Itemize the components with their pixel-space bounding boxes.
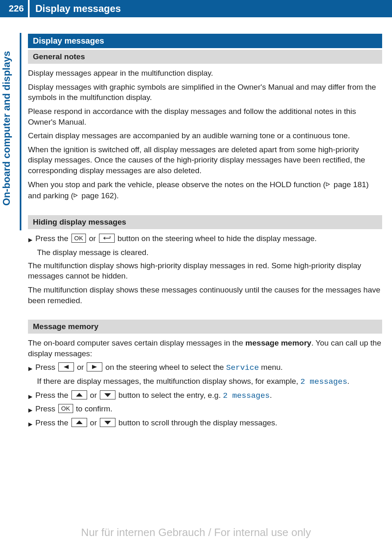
step-marker-icon <box>28 419 33 430</box>
paragraph: The multifunction display shows high-pri… <box>28 260 382 281</box>
display-text-messages: 2 messages <box>223 391 270 400</box>
step-marker-icon <box>28 392 33 402</box>
svg-marker-1 <box>74 194 77 197</box>
text: to confirm. <box>74 404 113 413</box>
left-arrow-key <box>58 362 74 371</box>
svg-marker-11 <box>76 420 83 424</box>
page-ref-icon <box>74 190 78 201</box>
text: or <box>87 234 98 243</box>
text: Press the <box>35 391 71 399</box>
svg-marker-6 <box>28 395 32 399</box>
svg-marker-0 <box>326 183 330 186</box>
step-result: If there are display messages, the multi… <box>37 376 382 388</box>
down-arrow-key <box>100 390 115 399</box>
side-tab-label: On-board computer and displays <box>1 51 12 206</box>
step-text: Press the or button to scroll through th… <box>35 418 382 428</box>
text: or <box>75 363 86 371</box>
svg-marker-8 <box>104 393 111 397</box>
svg-marker-3 <box>28 367 32 371</box>
text: . <box>347 377 349 385</box>
text: When you stop and park the vehicle, plea… <box>28 180 326 189</box>
step-text: Press or on the steering wheel to select… <box>35 362 382 374</box>
text: button to scroll through the display mes… <box>116 418 277 427</box>
up-arrow-key <box>71 418 87 427</box>
display-text-service: Service <box>226 363 259 372</box>
paragraph: When you stop and park the vehicle, plea… <box>28 179 382 202</box>
svg-marker-9 <box>28 408 32 413</box>
svg-marker-12 <box>104 421 111 425</box>
display-text-messages: 2 messages <box>300 377 347 386</box>
text: on the steering wheel to select the <box>103 363 226 371</box>
page-content: Display messages General notes Display m… <box>28 17 382 430</box>
text: . <box>270 391 272 399</box>
instruction-step: Press the or button to scroll through th… <box>28 418 382 430</box>
svg-marker-2 <box>28 238 32 242</box>
step-result: The display message is cleared. <box>37 247 382 258</box>
page-number: 226 <box>0 0 28 17</box>
paragraph: Display messages appear in the multifunc… <box>28 68 382 79</box>
svg-marker-5 <box>92 365 97 369</box>
text: menu. <box>259 363 283 371</box>
instruction-step: Press the or button to select the entry,… <box>28 390 382 402</box>
text: If there are display messages, the multi… <box>37 377 300 385</box>
step-marker-icon <box>28 364 33 374</box>
text: Press <box>35 363 58 371</box>
section-heading-display-messages: Display messages <box>28 34 382 48</box>
text: The on-board computer saves certain disp… <box>28 339 245 347</box>
paragraph: Certain display messages are accompanied… <box>28 130 382 141</box>
right-arrow-key <box>87 362 102 371</box>
up-arrow-key <box>71 390 87 399</box>
step-text: Press the or button to select the entry,… <box>35 390 382 402</box>
svg-marker-7 <box>76 393 83 397</box>
header-title: Display messages <box>28 0 392 17</box>
subsection-heading-hiding: Hiding display messages <box>28 215 382 229</box>
page-header: 226 Display messages <box>0 0 392 17</box>
step-marker-icon <box>28 235 33 246</box>
paragraph: When the ignition is switched off, all d… <box>28 144 382 176</box>
svg-marker-10 <box>28 422 32 427</box>
text: button on the steering wheel to hide the… <box>115 234 317 243</box>
text: page 162). <box>79 191 119 200</box>
step-text: Press the OK or button on the steering w… <box>35 233 382 244</box>
step-marker-icon <box>28 405 33 416</box>
text-bold: message memory <box>245 339 311 347</box>
paragraph: The on-board computer saves certain disp… <box>28 338 382 359</box>
side-tab: On-board computer and displays <box>0 33 21 230</box>
down-arrow-key <box>100 418 115 427</box>
subsection-heading-memory: Message memory <box>28 320 382 334</box>
paragraph: Display messages with graphic symbols ar… <box>28 82 382 103</box>
instruction-step: Press or on the steering wheel to select… <box>28 362 382 374</box>
ok-button-key: OK <box>71 234 86 243</box>
text: or <box>88 418 99 427</box>
paragraph: Please respond in accordance with the di… <box>28 106 382 127</box>
subsection-heading-general-notes: General notes <box>28 50 382 64</box>
text: Press the <box>35 418 71 427</box>
text: or <box>88 391 99 399</box>
ok-button-key: OK <box>58 404 73 413</box>
text: button to select the entry, e.g. <box>116 391 223 399</box>
paragraph: The multifunction display shows these me… <box>28 285 382 306</box>
page-ref-icon <box>326 179 331 190</box>
step-text: Press OK to confirm. <box>35 404 382 414</box>
instruction-step: Press the OK or button on the steering w… <box>28 233 382 246</box>
back-button-key <box>99 234 115 243</box>
instruction-step: Press OK to confirm. <box>28 404 382 416</box>
text: Press <box>35 404 58 413</box>
svg-marker-4 <box>64 365 69 369</box>
watermark: Nur für internen Gebrauch / For internal… <box>0 526 392 539</box>
text: Press the <box>35 234 71 243</box>
